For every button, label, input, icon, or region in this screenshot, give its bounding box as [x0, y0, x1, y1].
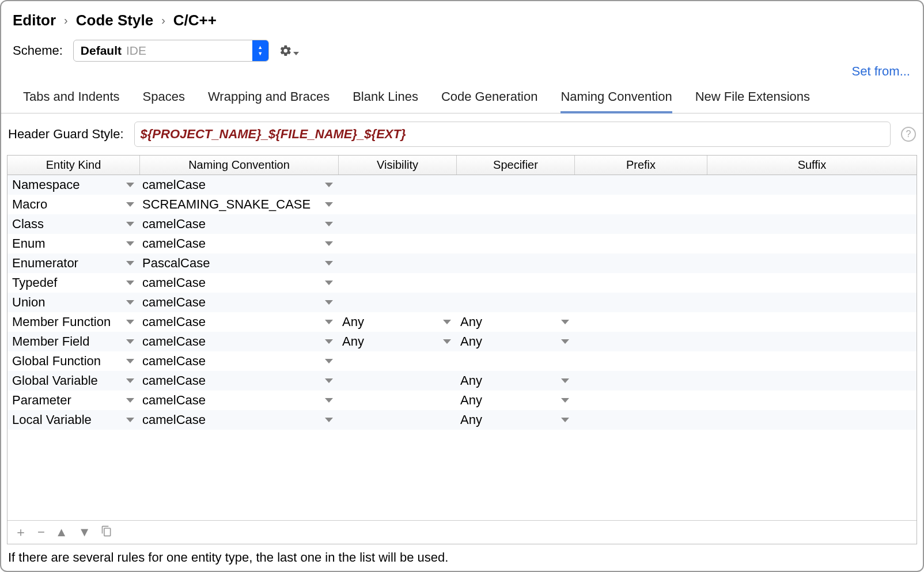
chevron-down-icon[interactable]	[325, 300, 333, 305]
breadcrumb-item[interactable]: Code Style	[76, 12, 153, 29]
col-header[interactable]: Prefix	[575, 156, 707, 175]
col-header[interactable]: Suffix	[707, 156, 917, 175]
add-icon[interactable]: ＋	[14, 526, 27, 539]
scheme-select[interactable]: Default IDE ▲▼	[73, 40, 269, 62]
header-guard-input[interactable]	[134, 122, 891, 147]
help-icon[interactable]: ?	[901, 127, 916, 142]
remove-icon[interactable]: −	[37, 526, 45, 539]
col-header[interactable]: Naming Convention	[140, 156, 339, 175]
col-header[interactable]: Specifier	[457, 156, 575, 175]
chevron-down-icon[interactable]	[325, 281, 333, 285]
chevron-down-icon[interactable]	[126, 320, 134, 324]
chevron-down-icon[interactable]	[325, 378, 333, 383]
chevron-down-icon[interactable]	[325, 202, 333, 207]
chevron-down-icon[interactable]	[126, 378, 134, 383]
tab-spaces[interactable]: Spaces	[143, 89, 185, 113]
cell-value: Any	[460, 334, 482, 349]
chevron-down-icon[interactable]	[325, 398, 333, 403]
tab-code-generation[interactable]: Code Generation	[441, 89, 538, 113]
cell-value: camelCase	[142, 236, 206, 251]
tabs: Tabs and IndentsSpacesWrapping and Brace…	[1, 81, 923, 113]
chevron-down-icon[interactable]	[126, 418, 134, 422]
cell-value: camelCase	[142, 334, 206, 349]
breadcrumb: Editor › Code Style › C/C++	[1, 1, 923, 34]
cell-value: Namespace	[12, 177, 79, 192]
cell-value: camelCase	[142, 177, 206, 192]
chevron-down-icon[interactable]	[443, 339, 451, 344]
tab-blank-lines[interactable]: Blank Lines	[353, 89, 418, 113]
tab-new-file-extensions[interactable]: New File Extensions	[695, 89, 810, 113]
chevron-down-icon[interactable]	[561, 320, 569, 324]
chevron-down-icon[interactable]	[325, 261, 333, 266]
table-row[interactable]: NamespacecamelCase	[7, 175, 917, 195]
chevron-down-icon[interactable]	[561, 418, 569, 422]
chevron-down-icon[interactable]	[561, 398, 569, 403]
chevron-down-icon[interactable]	[126, 359, 134, 363]
chevron-down-icon[interactable]	[126, 241, 134, 246]
cell-value: Member Function	[12, 315, 111, 329]
scheme-value: Default	[81, 44, 122, 58]
cell-value: Macro	[12, 197, 47, 212]
chevron-down-icon[interactable]	[126, 222, 134, 226]
chevron-down-icon	[293, 52, 299, 55]
cell-value: Class	[12, 217, 44, 232]
col-header[interactable]: Entity Kind	[7, 156, 140, 175]
chevron-right-icon: ›	[161, 14, 165, 27]
chevron-down-icon[interactable]	[126, 183, 134, 187]
chevron-down-icon[interactable]	[325, 222, 333, 226]
scheme-actions-button[interactable]	[279, 44, 299, 57]
chevron-down-icon[interactable]	[325, 320, 333, 324]
cell-value: Typedef	[12, 275, 57, 290]
cell-value: camelCase	[142, 373, 206, 388]
tab-naming-convention[interactable]: Naming Convention	[561, 89, 672, 113]
col-header[interactable]: Visibility	[339, 156, 457, 175]
cell-value: camelCase	[142, 354, 206, 369]
chevron-down-icon[interactable]	[325, 183, 333, 187]
chevron-down-icon[interactable]	[325, 339, 333, 344]
cell-value: Member Field	[12, 334, 89, 349]
chevron-down-icon[interactable]	[126, 398, 134, 403]
chevron-down-icon[interactable]	[561, 339, 569, 344]
table-row[interactable]: UnioncamelCase	[7, 293, 917, 312]
table-row[interactable]: ClasscamelCase	[7, 214, 917, 234]
table-row[interactable]: Global VariablecamelCaseAny	[7, 371, 917, 391]
footer-note: If there are several rules for one entit…	[1, 544, 923, 571]
set-from-link[interactable]: Set from...	[852, 64, 910, 79]
cell-value: Any	[460, 393, 482, 408]
cell-value: camelCase	[142, 412, 206, 427]
settings-panel: Editor › Code Style › C/C++ Scheme: Defa…	[0, 0, 924, 572]
cell-value: Enumerator	[12, 256, 78, 271]
table-row[interactable]: TypedefcamelCase	[7, 273, 917, 293]
cell-value: Global Function	[12, 354, 101, 369]
cell-value: Enum	[12, 236, 45, 251]
table-row[interactable]: ParametercamelCaseAny	[7, 391, 917, 410]
breadcrumb-item[interactable]: Editor	[13, 12, 56, 29]
header-guard-row: Header Guard Style: ?	[1, 113, 923, 155]
chevron-down-icon[interactable]	[325, 359, 333, 363]
copy-icon[interactable]	[101, 525, 112, 539]
table-row[interactable]: Global FunctioncamelCase	[7, 351, 917, 371]
chevron-down-icon[interactable]	[126, 300, 134, 305]
move-down-icon[interactable]: ▼	[78, 526, 91, 539]
chevron-down-icon[interactable]	[443, 320, 451, 324]
breadcrumb-item[interactable]: C/C++	[173, 12, 217, 29]
chevron-down-icon[interactable]	[126, 261, 134, 266]
tab-tabs-and-indents[interactable]: Tabs and Indents	[23, 89, 120, 113]
table-row[interactable]: Member FunctioncamelCaseAnyAny	[7, 312, 917, 332]
chevron-down-icon[interactable]	[325, 418, 333, 422]
table-row[interactable]: MacroSCREAMING_SNAKE_CASE	[7, 195, 917, 214]
chevron-down-icon[interactable]	[325, 241, 333, 246]
table-row[interactable]: EnumeratorPascalCase	[7, 253, 917, 273]
chevron-down-icon[interactable]	[126, 339, 134, 344]
chevron-down-icon[interactable]	[126, 202, 134, 207]
table-row[interactable]: Local VariablecamelCaseAny	[7, 410, 917, 430]
cell-value: SCREAMING_SNAKE_CASE	[142, 197, 310, 212]
chevron-down-icon[interactable]	[126, 281, 134, 285]
scheme-scope: IDE	[126, 44, 146, 58]
chevron-down-icon[interactable]	[561, 378, 569, 383]
move-up-icon[interactable]: ▲	[55, 526, 68, 539]
table-row[interactable]: EnumcamelCase	[7, 234, 917, 253]
table-row[interactable]: Member FieldcamelCaseAnyAny	[7, 332, 917, 351]
table-header: Entity Kind Naming Convention Visibility…	[7, 156, 917, 175]
tab-wrapping-and-braces[interactable]: Wrapping and Braces	[208, 89, 330, 113]
